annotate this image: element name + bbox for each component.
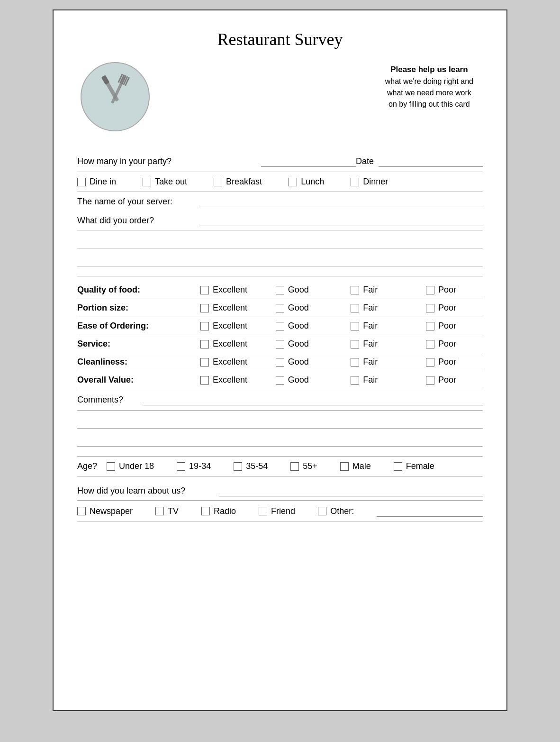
portion-label: Portion size: <box>77 303 200 313</box>
overall-good-cb[interactable] <box>276 376 284 385</box>
comments-input[interactable] <box>144 394 483 405</box>
quality-fair-cb[interactable] <box>351 286 359 294</box>
ease-fair: Fair <box>351 321 407 331</box>
dinner-label: Dinner <box>363 177 388 187</box>
portion-fair-cb[interactable] <box>351 304 359 312</box>
breakfast-checkbox[interactable] <box>214 178 222 186</box>
blank-line-1 <box>77 235 483 248</box>
female-cb[interactable] <box>394 462 402 471</box>
quality-fair-label: Fair <box>363 285 378 295</box>
under18-cb[interactable] <box>107 462 115 471</box>
checkbox-other: Other: <box>318 506 354 516</box>
service-poor-cb[interactable] <box>426 340 434 348</box>
dine-in-checkbox[interactable] <box>77 178 86 186</box>
friend-cb[interactable] <box>259 507 267 515</box>
extra-line-2 <box>77 433 483 447</box>
server-input[interactable] <box>200 196 483 207</box>
cleanliness-label: Cleanliness: <box>77 357 200 367</box>
other-cb[interactable] <box>318 507 326 515</box>
service-good-label: Good <box>288 339 309 349</box>
service-poor-label: Poor <box>438 339 456 349</box>
other-input[interactable] <box>377 505 483 517</box>
55plus-cb[interactable] <box>290 462 299 471</box>
cleanliness-poor: Poor <box>426 357 483 367</box>
portion-poor-cb[interactable] <box>426 304 434 312</box>
ease-good-cb[interactable] <box>276 322 284 330</box>
checkbox-female: Female <box>394 461 434 471</box>
quality-poor: Poor <box>426 285 483 295</box>
order-input[interactable] <box>200 215 483 226</box>
extra-line-1 <box>77 415 483 429</box>
cleanliness-good: Good <box>276 357 333 367</box>
lunch-label: Lunch <box>301 177 324 187</box>
ease-excellent-cb[interactable] <box>200 322 209 330</box>
tagline-text: Please help us learn what we're doing ri… <box>385 64 473 110</box>
party-input[interactable] <box>261 156 356 167</box>
date-input[interactable] <box>379 156 483 167</box>
overall-excellent-cb[interactable] <box>200 376 209 385</box>
survey-page: Restaurant Survey <box>53 9 507 711</box>
checkbox-dinner: Dinner <box>351 177 388 187</box>
cleanliness-fair-cb[interactable] <box>351 358 359 366</box>
ease-fair-label: Fair <box>363 321 378 331</box>
service-excellent-cb[interactable] <box>200 340 209 348</box>
checkbox-male: Male <box>340 461 371 471</box>
portion-poor-label: Poor <box>438 303 456 313</box>
server-section: The name of your server: What did you or… <box>77 192 483 230</box>
quality-excellent-cb[interactable] <box>200 286 209 294</box>
cleanliness-poor-cb[interactable] <box>426 358 434 366</box>
take-out-checkbox[interactable] <box>143 178 151 186</box>
service-fair-cb[interactable] <box>351 340 359 348</box>
quality-poor-cb[interactable] <box>426 286 434 294</box>
checkbox-friend: Friend <box>259 506 295 516</box>
date-label: Date <box>356 156 374 166</box>
header-area: Please help us learn what we're doing ri… <box>77 59 483 137</box>
portion-good-cb[interactable] <box>276 304 284 312</box>
rating-quality: Quality of food: Excellent Good Fair Poo… <box>77 281 483 299</box>
radio-cb[interactable] <box>201 507 210 515</box>
overall-good-label: Good <box>288 375 309 385</box>
tagline-bold: Please help us learn <box>390 65 468 74</box>
overall-excellent-label: Excellent <box>213 375 247 385</box>
overall-fair-cb[interactable] <box>351 376 359 385</box>
cleanliness-good-cb[interactable] <box>276 358 284 366</box>
male-cb[interactable] <box>340 462 349 471</box>
lunch-checkbox[interactable] <box>289 178 297 186</box>
comments-row: Comments? <box>77 389 483 411</box>
service-fair-label: Fair <box>363 339 378 349</box>
tagline-area: Please help us learn what we're doing ri… <box>172 59 483 110</box>
overall-excellent: Excellent <box>200 375 257 385</box>
portion-good-label: Good <box>288 303 309 313</box>
newspaper-cb[interactable] <box>77 507 86 515</box>
quality-good-cb[interactable] <box>276 286 284 294</box>
overall-options: Excellent Good Fair Poor <box>200 375 483 385</box>
portion-options: Excellent Good Fair Poor <box>200 303 483 313</box>
party-label: How many in your party? <box>77 156 261 166</box>
quality-good-label: Good <box>288 285 309 295</box>
overall-fair-label: Fair <box>363 375 378 385</box>
dinner-checkbox[interactable] <box>351 178 359 186</box>
tv-cb[interactable] <box>155 507 164 515</box>
service-good-cb[interactable] <box>276 340 284 348</box>
cleanliness-excellent-cb[interactable] <box>200 358 209 366</box>
portion-excellent-cb[interactable] <box>200 304 209 312</box>
cleanliness-excellent-label: Excellent <box>213 357 247 367</box>
logo-area <box>77 59 172 137</box>
restaurant-logo <box>77 59 153 135</box>
page-title: Restaurant Survey <box>77 29 483 49</box>
quality-poor-label: Poor <box>438 285 456 295</box>
dine-in-label: Dine in <box>90 177 116 187</box>
portion-excellent-label: Excellent <box>213 303 247 313</box>
overall-poor-cb[interactable] <box>426 376 434 385</box>
ease-excellent-label: Excellent <box>213 321 247 331</box>
quality-label: Quality of food: <box>77 285 200 295</box>
rating-service: Service: Excellent Good Fair Poor <box>77 335 483 353</box>
1934-cb[interactable] <box>177 462 185 471</box>
ease-fair-cb[interactable] <box>351 322 359 330</box>
3554-cb[interactable] <box>234 462 242 471</box>
portion-excellent: Excellent <box>200 303 257 313</box>
learn-input[interactable] <box>219 485 483 496</box>
quality-excellent: Excellent <box>200 285 257 295</box>
ease-poor-cb[interactable] <box>426 322 434 330</box>
checkbox-1934: 19-34 <box>177 461 211 471</box>
